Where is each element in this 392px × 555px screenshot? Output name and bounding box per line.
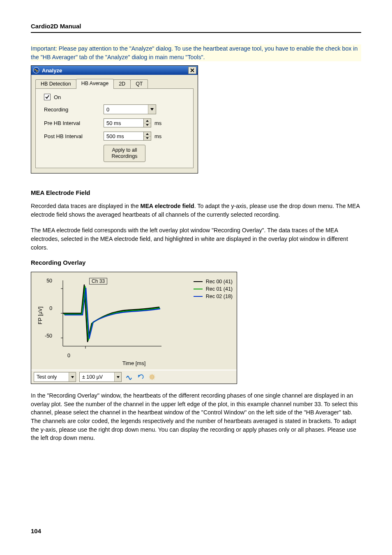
post-hb-value: 500 ms	[106, 133, 124, 139]
tab-2d[interactable]: 2D	[113, 79, 131, 88]
channel-label: Ch 33	[89, 278, 107, 284]
undo-icon[interactable]	[136, 373, 145, 381]
spinner-up-icon[interactable]	[144, 119, 151, 123]
chart-toolbar: Test only ± 100 µV	[31, 370, 237, 384]
legend-item-rec02: Rec 02 (18)	[194, 294, 233, 299]
on-label: On	[54, 94, 61, 100]
post-hb-unit: ms	[154, 133, 161, 139]
svg-point-7	[151, 376, 153, 378]
legend: Rec 00 (41) Rec 01 (41) Rec 02 (18)	[189, 276, 233, 354]
apply-all-button[interactable]: Apply to all Recordings	[104, 145, 145, 162]
tab-hb-average[interactable]: HB Average	[76, 79, 114, 89]
page-number: 104	[31, 527, 41, 534]
dialog-title: Analyze	[42, 67, 62, 74]
chevron-down-icon	[148, 105, 156, 114]
phase-combo[interactable]: Test only	[34, 372, 76, 382]
tab-qt[interactable]: QT	[130, 79, 148, 88]
scale-combo[interactable]: ± 100 µV	[79, 372, 122, 382]
svg-line-15	[150, 379, 151, 379]
recording-overlay-chart: FP [µV] 50 0 -50 Ch 33	[31, 272, 237, 384]
mea-paragraph-2: The MEA electrode field corresponds with…	[31, 226, 361, 252]
chevron-down-icon	[69, 372, 76, 382]
recording-label: Recording	[44, 106, 104, 113]
recording-combo[interactable]: 0	[104, 104, 156, 114]
legend-swatch	[194, 296, 203, 297]
page-header: Cardio2D Manual	[31, 23, 361, 33]
pre-hb-value: 50 ms	[106, 120, 121, 126]
tab-body: On Recording 0 Pre HB Interval 50 ms	[35, 88, 194, 168]
on-checkbox[interactable]	[44, 94, 51, 100]
app-icon	[33, 67, 39, 74]
y-ticks: 50 0 -50	[45, 276, 55, 354]
spinner-up-icon[interactable]	[144, 132, 151, 136]
plot-area: Ch 33	[55, 276, 189, 354]
pre-hb-unit: ms	[154, 120, 161, 126]
close-button[interactable]	[188, 67, 196, 74]
post-hb-label: Post HB Interval	[44, 133, 104, 139]
legend-item-rec01: Rec 01 (41)	[194, 286, 233, 292]
pre-hb-spinner[interactable]: 50 ms	[104, 118, 151, 127]
svg-line-12	[150, 375, 151, 376]
post-hb-spinner[interactable]: 500 ms	[104, 132, 151, 141]
legend-swatch	[194, 289, 203, 289]
tab-hb-detection[interactable]: HB Detection	[35, 79, 76, 88]
gear-icon[interactable]	[148, 373, 156, 381]
analyze-dialog: Analyze HB Detection HB Average 2D QT On	[31, 65, 198, 173]
recording-value: 0	[106, 106, 109, 113]
pre-hb-label: Pre HB Interval	[44, 120, 104, 126]
important-note: Important: Please pay attention to the "…	[31, 44, 361, 61]
svg-line-13	[154, 379, 154, 379]
dialog-titlebar: Analyze	[31, 66, 198, 75]
spinner-down-icon[interactable]	[144, 136, 151, 141]
spinner-down-icon[interactable]	[144, 123, 151, 127]
autoscale-icon[interactable]	[125, 373, 133, 381]
tabs-row: HB Detection HB Average 2D QT	[31, 75, 198, 88]
mea-section-title: MEA Electrode Field	[31, 189, 361, 196]
x-axis-label: Time [ms]	[35, 358, 233, 370]
mea-paragraph-1: Recorded data traces are displayed in th…	[31, 202, 361, 219]
chevron-down-icon	[114, 372, 121, 382]
legend-swatch	[194, 281, 203, 282]
svg-line-14	[154, 375, 154, 376]
y-axis-label: FP [µV]	[35, 276, 45, 354]
legend-item-rec00: Rec 00 (41)	[194, 279, 233, 284]
overlay-paragraph: In the "Recording Overlay" window, the h…	[31, 391, 361, 442]
overlay-section-title: Recording Overlay	[31, 259, 361, 266]
